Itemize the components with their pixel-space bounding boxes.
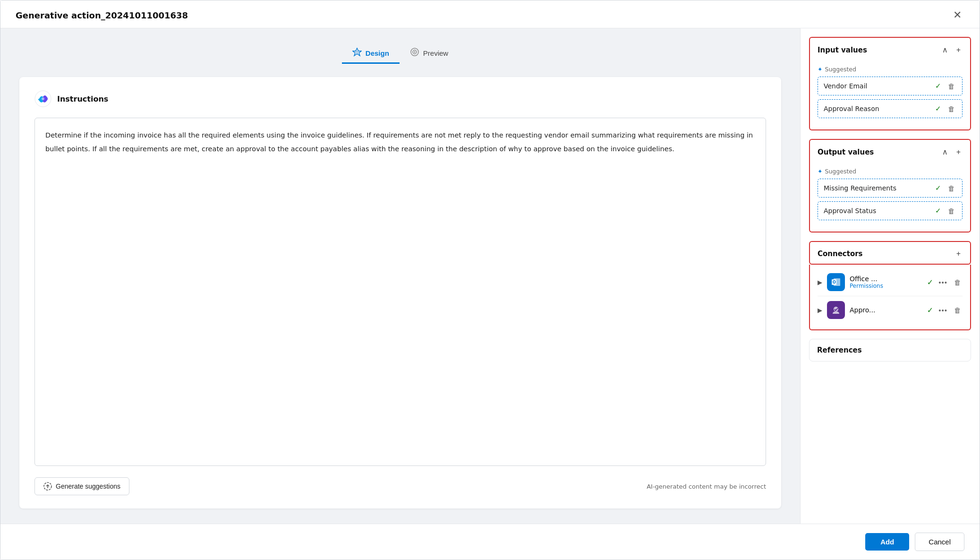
connectors-controls: + (954, 249, 963, 259)
office-icon-svg: O (830, 276, 842, 288)
approvals-connector-icon (827, 301, 845, 319)
connectors-title: Connectors (818, 250, 863, 258)
connectors-header: Connectors + (809, 241, 971, 265)
office-connector-sub: Permissions (850, 283, 922, 289)
office-connector-name: Office ... (850, 275, 922, 283)
suggested-star-icon: ✦ (818, 66, 822, 73)
close-button[interactable]: ✕ (950, 9, 964, 21)
approvals-check-icon: ✓ (927, 306, 933, 315)
office-connector-expand-button[interactable]: ▶ (818, 279, 822, 286)
approvals-connector-item: ▶ Appro... (818, 296, 963, 324)
tab-design[interactable]: Design (342, 43, 400, 64)
vendor-email-check-button[interactable]: ✓ (934, 81, 943, 91)
input-values-title: Input values (818, 46, 867, 54)
office-connector-actions: ✓ ••• 🗑 (927, 278, 963, 287)
design-tab-icon (352, 47, 362, 57)
preview-tab-icon (410, 47, 419, 57)
missing-requirements-row: Missing Requirements ✓ 🗑 (818, 179, 963, 198)
tab-preview-label: Preview (423, 49, 448, 57)
input-values-add-button[interactable]: + (954, 45, 963, 55)
office-connector-info: Office ... Permissions (850, 275, 922, 289)
approval-status-delete-button[interactable]: 🗑 (946, 207, 956, 215)
approval-reason-check-button[interactable]: ✓ (934, 104, 943, 113)
instructions-title: Instructions (57, 95, 108, 103)
approvals-connector-delete-button[interactable]: 🗑 (953, 306, 963, 315)
connectors-add-button[interactable]: + (954, 249, 963, 259)
approval-reason-label: Approval Reason (824, 105, 879, 112)
cancel-button[interactable]: Cancel (915, 533, 964, 551)
output-values-controls: ∧ + (940, 146, 963, 157)
dialog-footer: Add Cancel (0, 524, 980, 560)
office-connector-item: ▶ O Office ... Permissions (818, 268, 963, 296)
output-values-collapse-button[interactable]: ∧ (940, 146, 950, 157)
approvals-connector-expand-button[interactable]: ▶ (818, 307, 822, 314)
references-header: References (810, 339, 971, 361)
approvals-connector-name: Appro... (850, 306, 922, 314)
dialog: Generative action_20241011001638 ✕ Desig… (0, 0, 980, 560)
approvals-connector-actions: ✓ ••• 🗑 (927, 306, 963, 315)
tabs-row: Design Preview (19, 43, 781, 64)
dialog-title: Generative action_20241011001638 (16, 10, 188, 20)
vendor-email-label: Vendor Email (824, 82, 867, 90)
output-values-body: ✦ Suggested Missing Requirements ✓ 🗑 App… (809, 162, 971, 233)
output-values-section: Output values ∧ + ✦ Suggested Missing Re… (809, 139, 971, 233)
missing-requirements-delete-button[interactable]: 🗑 (946, 184, 956, 193)
design-icon (352, 47, 362, 59)
instructions-text[interactable]: Determine if the incoming invoice has al… (34, 118, 766, 466)
approvals-connector-info: Appro... (850, 306, 922, 314)
connectors-body: ▶ O Office ... Permissions (809, 265, 971, 330)
office-check-icon: ✓ (927, 278, 933, 287)
input-values-controls: ∧ + (940, 44, 963, 55)
input-values-collapse-button[interactable]: ∧ (940, 44, 950, 55)
svg-point-12 (834, 307, 838, 311)
approval-status-check-button[interactable]: ✓ (934, 206, 943, 215)
main-area: Design Preview (0, 28, 800, 524)
approval-status-actions: ✓ 🗑 (934, 206, 956, 215)
dialog-body: Design Preview (0, 28, 980, 524)
tab-design-label: Design (366, 49, 389, 57)
output-suggested-star-icon: ✦ (818, 168, 822, 175)
approval-status-label: Approval Status (824, 207, 876, 215)
missing-requirements-label: Missing Requirements (824, 184, 896, 192)
generate-icon (43, 482, 52, 491)
missing-requirements-check-button[interactable]: ✓ (934, 183, 943, 193)
card-footer: Generate suggestions AI-generated conten… (34, 477, 766, 495)
svg-text:O: O (833, 280, 836, 284)
approval-reason-row: Approval Reason ✓ 🗑 (818, 99, 963, 118)
missing-requirements-actions: ✓ 🗑 (934, 183, 956, 193)
office-connector-icon: O (827, 273, 845, 291)
output-values-header: Output values ∧ + (809, 139, 971, 162)
approvals-connector-more-button[interactable]: ••• (937, 306, 949, 315)
office-connector-delete-button[interactable]: 🗑 (953, 278, 963, 287)
right-panel: Input values ∧ + ✦ Suggested Vendor Emai… (800, 28, 980, 524)
approval-reason-delete-button[interactable]: 🗑 (946, 104, 956, 113)
approval-reason-actions: ✓ 🗑 (934, 104, 956, 113)
input-values-suggested: ✦ Suggested (818, 65, 963, 73)
references-section: References (809, 339, 971, 362)
output-values-add-button[interactable]: + (954, 147, 963, 157)
input-values-header: Input values ∧ + (809, 37, 971, 60)
approval-status-row: Approval Status ✓ 🗑 (818, 201, 963, 220)
approvals-icon-svg (830, 304, 842, 316)
instructions-card: Instructions Determine if the incoming i… (19, 77, 781, 508)
dialog-header: Generative action_20241011001638 ✕ (0, 0, 980, 28)
svg-point-1 (356, 51, 358, 53)
copilot-icon (34, 90, 51, 107)
references-title: References (817, 346, 862, 354)
instructions-header: Instructions (34, 90, 766, 107)
ai-note: AI-generated content may be incorrect (647, 483, 766, 490)
vendor-email-delete-button[interactable]: 🗑 (946, 82, 956, 91)
input-values-section: Input values ∧ + ✦ Suggested Vendor Emai… (809, 37, 971, 130)
vendor-email-actions: ✓ 🗑 (934, 81, 956, 91)
output-values-suggested: ✦ Suggested (818, 167, 963, 175)
svg-point-6 (42, 97, 44, 100)
add-button[interactable]: Add (865, 533, 909, 551)
input-values-body: ✦ Suggested Vendor Email ✓ 🗑 Approval Re… (809, 60, 971, 130)
connectors-section: Connectors + ▶ O (809, 241, 971, 330)
preview-icon (410, 47, 419, 59)
vendor-email-row: Vendor Email ✓ 🗑 (818, 77, 963, 95)
output-values-title: Output values (818, 148, 874, 156)
generate-suggestions-button[interactable]: Generate suggestions (34, 477, 129, 495)
office-connector-more-button[interactable]: ••• (937, 278, 949, 287)
tab-preview[interactable]: Preview (400, 43, 459, 64)
